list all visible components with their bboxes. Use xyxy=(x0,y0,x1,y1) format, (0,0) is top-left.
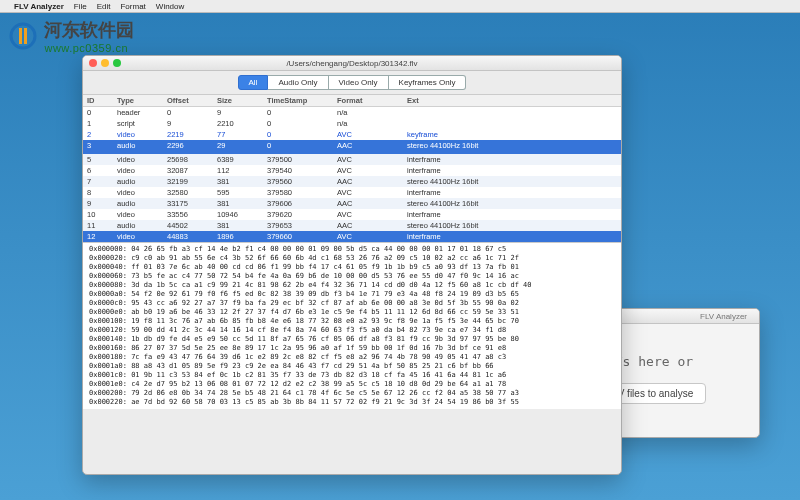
table-row[interactable]: 2video2219770AVCkeyframe xyxy=(83,129,621,140)
cell-offset: 0 xyxy=(167,108,217,117)
col-ext[interactable]: Ext xyxy=(407,96,617,105)
col-id[interactable]: ID xyxy=(87,96,117,105)
cell-type: video xyxy=(117,166,167,175)
cell-ts: 379540 xyxy=(267,166,337,175)
cell-fmt: AAC xyxy=(337,199,407,208)
cell-ts: 379620 xyxy=(267,210,337,219)
table-row[interactable]: 3audio2296290AACstereo 44100Hz 16bit xyxy=(83,140,621,151)
cell-offset: 25698 xyxy=(167,155,217,164)
cell-offset: 44883 xyxy=(167,232,217,241)
cell-ts: 379653 xyxy=(267,221,337,230)
segment-video-only[interactable]: Video Only xyxy=(329,75,389,90)
cell-type: video xyxy=(117,232,167,241)
table-row[interactable]: 6video32087112379540AVCinterframe xyxy=(83,165,621,176)
cell-type: audio xyxy=(117,141,167,150)
watermark-title: 河东软件园 xyxy=(44,18,134,42)
table-row[interactable]: 5video256986389379500AVCinterframe xyxy=(83,154,621,165)
cell-fmt: n/a xyxy=(337,119,407,128)
cell-offset: 2219 xyxy=(167,130,217,139)
cell-fmt: AVC xyxy=(337,166,407,175)
cell-id: 6 xyxy=(87,166,117,175)
cell-type: audio xyxy=(117,199,167,208)
cell-ts: 379606 xyxy=(267,199,337,208)
col-type[interactable]: Type xyxy=(117,96,167,105)
svg-rect-2 xyxy=(24,28,27,44)
cell-size: 2210 xyxy=(217,119,267,128)
svg-point-0 xyxy=(11,24,35,48)
cell-ts: 0 xyxy=(267,141,337,150)
tag-table: ID Type Offset Size TimeStamp Format Ext… xyxy=(83,95,621,242)
segment-all[interactable]: All xyxy=(238,75,269,90)
table-row[interactable]: 7audio32199381379560AACstereo 44100Hz 16… xyxy=(83,176,621,187)
cell-fmt: AVC xyxy=(337,232,407,241)
hex-view[interactable]: 0x000000: 04 26 65 fb a3 cf 14 4e b2 f1 … xyxy=(83,242,621,409)
segment-keyframes-only[interactable]: Keyframes Only xyxy=(389,75,467,90)
cell-size: 595 xyxy=(217,188,267,197)
cell-fmt: AVC xyxy=(337,130,407,139)
watermark: 河东软件园 www.pc0359.cn xyxy=(8,18,134,54)
cell-fmt: AVC xyxy=(337,210,407,219)
cell-id: 3 xyxy=(87,141,117,150)
cell-offset: 2296 xyxy=(167,141,217,150)
segment-audio-only[interactable]: Audio Only xyxy=(268,75,328,90)
col-format[interactable]: Format xyxy=(337,96,407,105)
cell-type: video xyxy=(117,188,167,197)
table-row[interactable]: 0header090n/a xyxy=(83,107,621,118)
cell-ext: interframe xyxy=(407,155,617,164)
col-size[interactable]: Size xyxy=(217,96,267,105)
filter-segmented: All Audio Only Video Only Keyframes Only xyxy=(83,71,621,95)
cell-type: video xyxy=(117,210,167,219)
table-row[interactable]: 8video32580595379580AVCinterframe xyxy=(83,187,621,198)
cell-size: 29 xyxy=(217,141,267,150)
menubar: FLV Analyzer File Edit Format Window xyxy=(0,0,800,13)
cell-size: 381 xyxy=(217,221,267,230)
drop-window-title: FLV Analyzer xyxy=(700,312,747,321)
table-row[interactable]: 1script922100n/a xyxy=(83,118,621,129)
cell-id: 11 xyxy=(87,221,117,230)
cell-fmt: AAC xyxy=(337,177,407,186)
cell-ext: interframe xyxy=(407,210,617,219)
svg-rect-1 xyxy=(19,28,22,44)
cell-type: header xyxy=(117,108,167,117)
cell-id: 2 xyxy=(87,130,117,139)
table-row[interactable]: 9audio33175381379606AACstereo 44100Hz 16… xyxy=(83,198,621,209)
cell-size: 6389 xyxy=(217,155,267,164)
menu-format[interactable]: Format xyxy=(120,2,145,11)
menu-window[interactable]: Window xyxy=(156,2,184,11)
cell-size: 381 xyxy=(217,177,267,186)
cell-ext: stereo 44100Hz 16bit xyxy=(407,199,617,208)
cell-id: 1 xyxy=(87,119,117,128)
table-row[interactable]: 12video448831896379660AVCinterframe xyxy=(83,231,621,242)
cell-ext: keyframe xyxy=(407,130,617,139)
app-menu[interactable]: FLV Analyzer xyxy=(14,2,64,11)
col-offset[interactable]: Offset xyxy=(167,96,217,105)
menu-edit[interactable]: Edit xyxy=(97,2,111,11)
cell-ts: 379500 xyxy=(267,155,337,164)
cell-id: 9 xyxy=(87,199,117,208)
cell-offset: 32580 xyxy=(167,188,217,197)
cell-offset: 44502 xyxy=(167,221,217,230)
table-header: ID Type Offset Size TimeStamp Format Ext xyxy=(83,95,621,107)
cell-fmt: AAC xyxy=(337,141,407,150)
cell-offset: 32087 xyxy=(167,166,217,175)
cell-size: 77 xyxy=(217,130,267,139)
cell-ts: 379660 xyxy=(267,232,337,241)
cell-ts: 0 xyxy=(267,119,337,128)
table-row[interactable]: 10video3355610946379620AVCinterframe xyxy=(83,209,621,220)
cell-type: video xyxy=(117,155,167,164)
cell-size: 112 xyxy=(217,166,267,175)
cell-type: audio xyxy=(117,177,167,186)
titlebar[interactable]: /Users/chengang/Desktop/301342.flv xyxy=(83,56,621,71)
cell-ts: 0 xyxy=(267,130,337,139)
cell-offset: 9 xyxy=(167,119,217,128)
cell-size: 1896 xyxy=(217,232,267,241)
cell-offset: 33556 xyxy=(167,210,217,219)
cell-type: audio xyxy=(117,221,167,230)
cell-type: script xyxy=(117,119,167,128)
cell-type: video xyxy=(117,130,167,139)
menu-file[interactable]: File xyxy=(74,2,87,11)
cell-ext: stereo 44100Hz 16bit xyxy=(407,177,617,186)
table-row[interactable]: 11audio44502381379653AACstereo 44100Hz 1… xyxy=(83,220,621,231)
col-timestamp[interactable]: TimeStamp xyxy=(267,96,337,105)
cell-ts: 379580 xyxy=(267,188,337,197)
